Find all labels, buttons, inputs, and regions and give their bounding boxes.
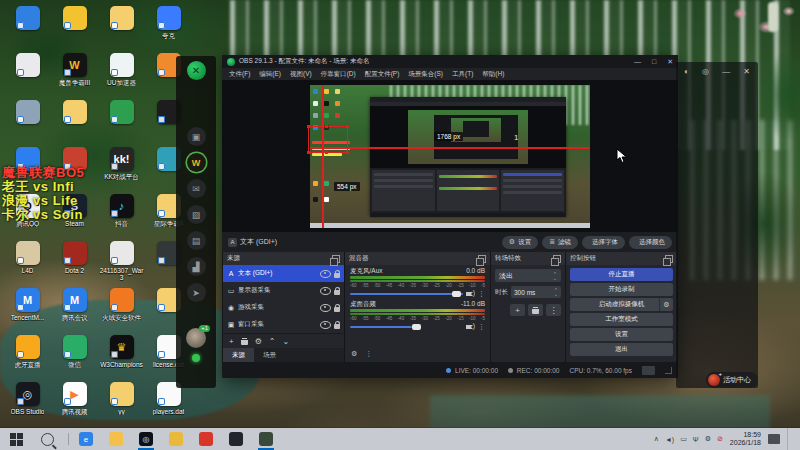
menu-item[interactable]: 视图(V) <box>290 70 312 79</box>
lock-icon[interactable] <box>334 290 340 295</box>
taskbar-app-dark[interactable] <box>229 432 243 446</box>
visibility-eye-icon[interactable] <box>320 270 331 278</box>
app-uu-booster[interactable]: UU加速器 <box>98 51 145 98</box>
remove-transition-button[interactable] <box>528 304 543 316</box>
channel-menu-icon[interactable]: ⋮ <box>478 290 485 298</box>
duration-spinner[interactable]: 300 ms ⌃⌄ <box>511 286 561 298</box>
preview-selection-box[interactable] <box>308 126 348 153</box>
volume-slider[interactable] <box>350 290 463 298</box>
source-properties-button[interactable]: ⚙ <box>255 337 262 346</box>
app-huya-live[interactable]: 虎牙直播 <box>4 333 51 380</box>
app-tencent-m[interactable]: M TencentM... <box>4 286 51 333</box>
control-button[interactable]: 设置 <box>570 328 673 341</box>
chat-bubble-icon[interactable]: ✉ <box>187 179 206 198</box>
channel-menu-icon[interactable]: ⋮ <box>478 323 485 331</box>
menu-item[interactable]: 场景集合(S) <box>408 70 443 79</box>
volume-slider[interactable] <box>350 323 463 331</box>
app-gray-tool[interactable] <box>4 98 51 145</box>
visibility-eye-icon[interactable] <box>320 287 331 295</box>
speaker-icon[interactable] <box>466 323 475 331</box>
obs-preview-canvas[interactable]: 1768 px 554 px 1 <box>222 80 678 232</box>
panel-minimize-icon[interactable]: — <box>722 67 730 76</box>
lock-icon[interactable] <box>334 307 340 312</box>
source-toolbar-button[interactable]: ⚙设置 <box>502 236 538 249</box>
minimize-button[interactable]: — <box>634 58 641 65</box>
app-kk-platform[interactable]: kk! KK对战平台 <box>98 145 145 192</box>
app-warcraft3[interactable]: W 魔兽争霸III <box>51 51 98 98</box>
notification-center-icon[interactable] <box>768 434 780 444</box>
app-dota2[interactable]: Dota 2 <box>51 239 98 286</box>
menu-item[interactable]: 文件(F) <box>229 70 250 79</box>
search-icon[interactable] <box>41 433 54 446</box>
warcraft3-dock-icon[interactable]: W <box>187 153 206 172</box>
app-white-misc[interactable] <box>4 51 51 98</box>
app-quark[interactable]: 夸克 <box>145 4 192 51</box>
dock-tab[interactable]: 场景 <box>254 348 285 362</box>
transition-select[interactable]: 淡出 ⌃⌄ <box>495 269 561 282</box>
app-blue-chat[interactable] <box>4 4 51 51</box>
app-douyin[interactable]: ♪ 抖音 <box>98 192 145 239</box>
taskbar-clock[interactable]: 18:59 2026/1/18 <box>730 431 761 447</box>
pro-badge-icon[interactable]: ▤ <box>187 231 206 250</box>
close-button[interactable]: ✕ <box>667 58 673 66</box>
bird-icon[interactable]: ➤ <box>187 283 206 302</box>
record-settings-icon[interactable]: ◎ <box>702 67 709 76</box>
activity-center-pill[interactable]: 活动中心 <box>706 372 758 388</box>
popout-icon[interactable] <box>478 255 486 263</box>
stats-chart-icon[interactable]: ▟ <box>187 257 206 276</box>
theme-moon-icon[interactable]: ◐ <box>684 67 689 76</box>
obs-titlebar[interactable]: OBS 29.1.3 - 配置文件: 未命名 - 场景: 未命名 — □ ✕ <box>222 55 678 68</box>
speaker-icon[interactable] <box>466 290 475 298</box>
source-toolbar-button[interactable]: 选择字体 <box>582 236 625 249</box>
mixer-menu-icon[interactable]: ⋮ <box>365 350 372 358</box>
menu-item[interactable]: 帮助(H) <box>482 70 504 79</box>
launcher-logo-icon[interactable]: ✕ <box>187 61 206 80</box>
popout-icon[interactable] <box>665 255 673 263</box>
source-toolbar-button[interactable]: ≣滤镜 <box>542 236 578 249</box>
app-w3champions[interactable]: ♛ W3Champions <box>98 333 145 380</box>
folder-yellow-1[interactable] <box>98 4 145 51</box>
mixer-settings-icon[interactable]: ⚙ <box>351 350 357 358</box>
source-row[interactable]: A 文本 (GDI+) <box>223 265 344 282</box>
source-row[interactable]: ◉ 游戏采集 <box>223 299 344 316</box>
control-button[interactable]: 停止直播 <box>570 268 673 281</box>
settings-tray-icon[interactable]: ⚙ <box>705 435 711 443</box>
start-button[interactable] <box>10 433 23 446</box>
taskbar-app-obs[interactable]: ◎ <box>139 432 153 446</box>
source-toolbar-button[interactable]: 选择颜色 <box>629 236 672 249</box>
taskbar-app-folder[interactable] <box>109 432 123 446</box>
remove-source-button[interactable] <box>241 338 248 345</box>
source-row[interactable]: ▣ 窗口采集 <box>223 316 344 333</box>
launcher-user-avatar[interactable]: +1 <box>186 328 206 348</box>
move-down-button[interactable]: ⌄ <box>283 337 290 346</box>
menu-item[interactable]: 配置文件(P) <box>365 70 400 79</box>
app-wechat[interactable]: 微信 <box>51 333 98 380</box>
file-war3-photo[interactable]: 24116307_War3 <box>98 239 145 286</box>
lock-icon[interactable] <box>334 324 340 329</box>
taskbar-app-gallery[interactable] <box>259 432 273 446</box>
visibility-eye-icon[interactable] <box>320 304 331 312</box>
app-huorong[interactable]: 火绒安全软件 <box>98 286 145 333</box>
taskbar-app-edge[interactable]: e <box>79 432 93 446</box>
control-button[interactable]: 开始录制 <box>570 283 673 296</box>
security-alert-icon[interactable]: ⊘ <box>717 435 723 443</box>
control-button[interactable]: 退出 <box>570 343 673 356</box>
source-row[interactable]: ▭ 显示器采集 <box>223 282 344 299</box>
add-transition-button[interactable]: + <box>510 304 525 316</box>
maximize-button[interactable]: □ <box>652 58 656 65</box>
add-source-button[interactable]: + <box>229 337 234 346</box>
app-tencent-video[interactable]: ▶ 腾讯视频 <box>51 380 98 427</box>
menu-item[interactable]: 工具(T) <box>452 70 473 79</box>
move-up-button[interactable]: ⌃ <box>269 337 276 346</box>
folder-l4d[interactable]: L4D <box>4 239 51 286</box>
taskbar-app-gold[interactable] <box>169 432 183 446</box>
folder-yy[interactable]: yy <box>98 380 145 427</box>
menu-item[interactable]: 停靠窗口(D) <box>321 70 356 79</box>
app-tencent-meeting[interactable]: M 腾讯会议 <box>51 286 98 333</box>
control-button[interactable]: 工作室模式 <box>570 313 673 326</box>
popout-icon[interactable] <box>553 255 561 263</box>
visibility-eye-icon[interactable] <box>320 321 331 329</box>
panel-close-icon[interactable]: ✕ <box>743 67 750 76</box>
app-globe-green[interactable] <box>98 98 145 145</box>
transition-menu-button[interactable]: ⋮ <box>546 304 561 316</box>
